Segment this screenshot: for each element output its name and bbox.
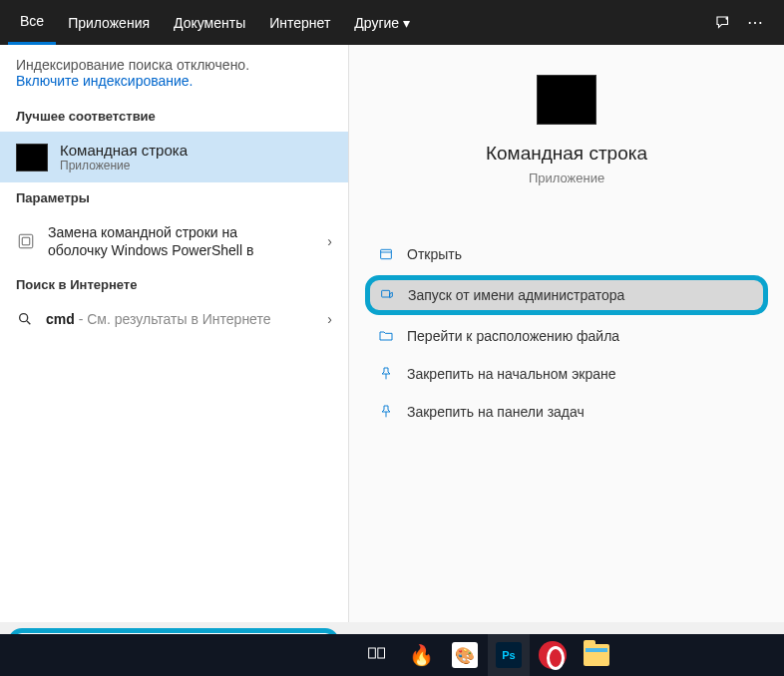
action-run-as-admin[interactable]: Запуск от имени администратора [365,275,768,315]
tab-other[interactable]: Другие ▾ [342,0,422,45]
results-list: Индексирование поиска отключено. Включит… [0,45,349,622]
indexing-notice: Индексирование поиска отключено. Включит… [0,45,348,101]
best-match-result[interactable]: Командная строка Приложение [0,132,348,182]
more-options-icon[interactable]: ⋯ [746,14,764,32]
enable-indexing-link[interactable]: Включите индексирование. [16,73,332,89]
svg-rect-5 [381,249,392,258]
action-pin-start[interactable]: Закрепить на начальном экране [365,355,768,393]
web-result-text: cmd - См. результаты в Интернете [46,311,270,327]
action-open-label: Открыть [407,246,462,262]
section-web-search: Поиск в Интернете [0,269,348,300]
action-open-location-label: Перейти к расположению файла [407,328,619,344]
svg-line-4 [27,321,30,324]
tab-apps[interactable]: Приложения [56,0,162,45]
section-best-match: Лучшее соответствие [0,101,348,132]
svg-point-3 [20,314,28,322]
best-match-title: Командная строка [60,142,188,159]
taskbar-paint[interactable]: 🎨 [444,634,486,676]
chevron-right-icon: › [327,233,332,249]
indexing-status-text: Индексирование поиска отключено. [16,57,332,73]
action-open-location[interactable]: Перейти к расположению файла [365,317,768,355]
section-parameters: Параметры [0,182,348,213]
preview-subtitle: Приложение [529,170,604,185]
preview-pane: Командная строка Приложение Открыть Запу… [349,45,784,622]
search-results-panel: Все Приложения Документы Интернет Другие… [0,0,784,622]
feedback-icon[interactable] [714,14,732,32]
tab-internet[interactable]: Интернет [257,0,342,45]
action-pin-taskbar[interactable]: Закрепить на панели задач [365,393,768,431]
svg-rect-2 [22,237,30,245]
tab-all[interactable]: Все [8,0,56,45]
web-search-result[interactable]: cmd - См. результаты в Интернете › [0,300,348,338]
taskbar-flame-app[interactable]: 🔥 [400,634,442,676]
svg-rect-1 [19,234,33,248]
best-match-subtitle: Приложение [60,159,188,172]
svg-rect-9 [369,648,376,658]
action-pin-taskbar-label: Закрепить на панели задач [407,404,585,420]
action-open[interactable]: Открыть [365,235,768,273]
taskbar: 🔥 🎨 Ps [0,634,784,676]
action-pin-start-label: Закрепить на начальном экране [407,366,616,382]
folder-icon [377,327,395,345]
taskbar-opera[interactable] [532,634,574,676]
settings-icon [16,231,36,251]
chevron-down-icon: ▾ [403,15,410,31]
svg-point-0 [726,17,728,19]
admin-shield-icon [378,286,396,304]
taskbar-file-explorer[interactable] [576,634,617,676]
search-icon [16,310,34,328]
body-area: Индексирование поиска отключено. Включит… [0,45,784,622]
filter-tabs: Все Приложения Документы Интернет Другие… [0,0,784,45]
action-run-as-admin-label: Запуск от имени администратора [408,287,624,303]
open-icon [377,245,395,263]
taskbar-task-view[interactable] [356,634,398,676]
cmd-icon [16,144,48,171]
chevron-right-icon: › [327,311,332,327]
pin-taskbar-icon [377,403,395,421]
preview-thumbnail-cmd-icon [537,75,596,125]
parameter-title-line1: Замена командной строки на [48,223,253,241]
tab-documents[interactable]: Документы [162,0,257,45]
pin-start-icon [377,365,395,383]
parameter-result[interactable]: Замена командной строки на оболочку Wind… [0,213,348,269]
tab-other-label: Другие [354,15,399,31]
parameter-title-line2: оболочку Windows PowerShell в [48,241,253,259]
preview-actions: Открыть Запуск от имени администратора П… [349,235,784,431]
taskbar-photoshop[interactable]: Ps [488,634,530,676]
preview-title: Командная строка [486,143,647,165]
svg-rect-6 [382,290,390,297]
svg-rect-10 [378,648,385,658]
